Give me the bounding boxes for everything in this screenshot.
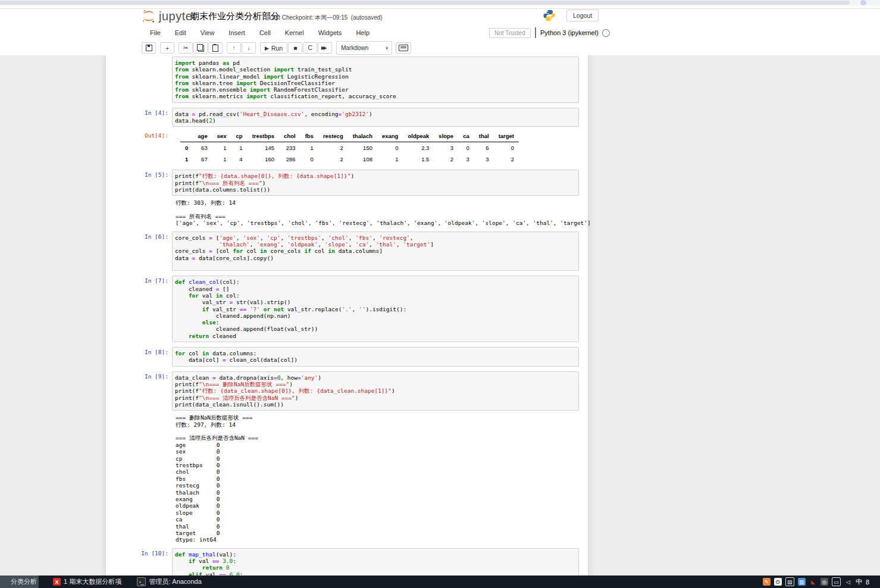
table-cell: 3 <box>434 142 458 154</box>
save-button[interactable] <box>142 42 156 54</box>
table-header-cell: age <box>193 130 212 142</box>
table-cell: 2 <box>318 154 348 165</box>
input-prompt: In [7]: <box>106 276 172 342</box>
code-line <box>175 261 576 268</box>
code-cell[interactable]: In [9]:data_clean = data.dropna(axis=0, … <box>106 371 588 543</box>
code-cell[interactable]: In [4]:data = pd.read_csv('Heart_Disease… <box>106 108 588 165</box>
cell-type-dropdown[interactable]: Markdown ∨ <box>336 41 392 55</box>
code-input-area[interactable]: data_clean = data.dropna(axis=0, how='an… <box>172 371 579 411</box>
table-cell: 2 <box>318 142 348 154</box>
table-header-cell: chol <box>279 130 300 142</box>
code-line: data_clean = data.dropna(axis=0, how='an… <box>175 374 576 381</box>
code-cell[interactable]: In [7]:def clean_col(col): cleaned = [] … <box>106 276 588 342</box>
code-cell[interactable]: In [6]:core_cols = ['age', 'sex', 'cp', … <box>106 232 588 271</box>
table-header-cell: fbs <box>300 130 318 142</box>
table-header-cell: ca <box>458 130 474 142</box>
horizontal-scrollbar[interactable] <box>0 0 880 5</box>
menu-cell[interactable]: Cell <box>252 26 278 39</box>
taskbar-item-notebook[interactable]: 分类分析 <box>0 576 39 588</box>
run-icon: ▶ <box>265 45 269 51</box>
menu-file[interactable]: File <box>143 26 168 39</box>
code-cell[interactable]: In [5]:print(f"行数: {data.shape[0]}, 列数: … <box>106 170 588 227</box>
table-cell: 160 <box>248 154 279 165</box>
command-palette-button[interactable] <box>396 42 411 54</box>
code-input-area[interactable]: print(f"行数: {data.shape[0]}, 列数: {data.s… <box>172 170 579 196</box>
row-index-cell: 0 <box>180 142 193 154</box>
table-header-cell: sex <box>212 130 231 142</box>
code-line: cleaned = [] <box>175 286 576 292</box>
taskbar-item-project[interactable]: X 1 期末大数据分析项 <box>53 576 121 588</box>
table-cell: 1 <box>212 154 231 165</box>
code-input-area[interactable]: def map_thal(val): if val == 3.0: return… <box>172 548 579 576</box>
code-input-area[interactable]: core_cols = ['age', 'sex', 'cp', 'trestb… <box>172 232 579 271</box>
not-trusted-badge[interactable]: Not Trusted <box>489 28 531 38</box>
code-cell[interactable]: In [8]:for col in data.columns: data[col… <box>106 347 588 367</box>
table-cell: 2.3 <box>403 142 434 154</box>
ime-indicator[interactable]: 中 <box>856 577 862 586</box>
cut-cell-button[interactable]: ✂ <box>178 42 193 54</box>
table-header-cell: slope <box>434 130 458 142</box>
app-tray-icon[interactable]: ▥ <box>798 578 806 586</box>
copy-icon <box>197 44 203 51</box>
code-input-area[interactable]: data = pd.read_csv('Heart_Disease.csv', … <box>172 108 579 127</box>
code-line: print(f"行数: {data_clean.shape[0]}, 列数: {… <box>175 387 576 394</box>
code-line: print(f"\n=== 所有列名 ===") <box>175 180 576 186</box>
code-input-area[interactable]: for col in data.columns: data[col] = cle… <box>172 347 579 367</box>
move-cell-down-button[interactable]: ↓ <box>242 42 256 54</box>
restart-run-all-button[interactable]: ▶▶ <box>318 42 332 54</box>
add-cell-button[interactable]: ＋ <box>160 42 174 54</box>
code-line: import pandas as pd <box>175 60 576 66</box>
monitor-tray-icon[interactable]: ▭ <box>832 577 841 586</box>
run-button[interactable]: ▶ Run <box>260 42 287 54</box>
output-prompt-empty <box>106 414 172 543</box>
code-line: 'thalach', 'exang', 'oldpeak', 'slope', … <box>175 241 576 248</box>
jupyter-logo[interactable]: jupyter <box>141 9 197 23</box>
volume-tray-icon[interactable]: ◁ <box>844 578 852 586</box>
notebook-page: import pandas as pdfrom sklearn.model_se… <box>0 55 880 576</box>
table-cell: 145 <box>248 142 279 154</box>
notebook-cells: import pandas as pdfrom sklearn.model_se… <box>106 57 588 576</box>
menu-view[interactable]: View <box>193 26 222 39</box>
code-cell[interactable]: import pandas as pdfrom sklearn.model_se… <box>106 57 588 103</box>
camera-tray-icon[interactable]: ◎ <box>821 578 828 586</box>
logout-button[interactable]: Logout <box>566 10 599 21</box>
code-input-area[interactable]: def clean_col(col): cleaned = [] for val… <box>172 276 579 342</box>
code-line: core_cols = [col for col in core_cols if… <box>175 248 576 254</box>
move-cell-up-button[interactable]: ↑ <box>227 42 241 54</box>
taskbar-item-anaconda-prompt[interactable]: ›_ 管理员: Anaconda <box>137 576 202 588</box>
save-icon <box>146 45 152 51</box>
keyboard-icon <box>399 45 408 51</box>
kernel-idle-icon <box>602 29 610 37</box>
panda-tray-icon[interactable]: ʘ <box>774 578 782 586</box>
notebook-header: jupyter 期末作业分类分析部分 Last Checkpoint: 本周一0… <box>0 5 880 27</box>
scrollbar-thumb[interactable] <box>0 1 850 5</box>
clipboard-tray-icon[interactable]: ▤ <box>785 577 794 586</box>
code-line: print(data_clean.isnull().sum()) <box>175 401 576 408</box>
table-cell: 286 <box>279 154 300 165</box>
paste-cell-button[interactable] <box>208 42 223 54</box>
stop-icon: ■ <box>293 45 297 51</box>
copy-cell-button[interactable] <box>193 42 208 54</box>
menu-edit[interactable]: Edit <box>168 26 193 39</box>
flag-tray-icon[interactable]: ◣ <box>809 578 817 586</box>
menu-widgets[interactable]: Widgets <box>311 26 349 39</box>
table-cell: 1.5 <box>403 154 434 165</box>
table-cell: 1 <box>377 154 403 165</box>
code-line: val_str = str(val).strip() <box>175 299 576 305</box>
table-cell: 0 <box>300 154 318 165</box>
code-input-area[interactable]: import pandas as pdfrom sklearn.model_se… <box>172 57 579 103</box>
menu-insert[interactable]: Insert <box>221 26 252 39</box>
menu-kernel[interactable]: Kernel <box>278 26 311 39</box>
wps-icon: X <box>53 578 61 586</box>
code-line: from sklearn.ensemble import RandomFores… <box>175 86 576 93</box>
notebook-title[interactable]: 期末作业分类分析部分 <box>190 11 280 22</box>
input-prompt: In [4]: <box>106 108 172 127</box>
menu-help[interactable]: Help <box>349 26 377 39</box>
code-line: return 0 <box>175 564 576 571</box>
code-cell[interactable]: In [10]:def map_thal(val): if val == 3.0… <box>106 548 588 576</box>
restart-kernel-button[interactable]: C <box>303 42 317 54</box>
interrupt-kernel-button[interactable]: ■ <box>288 42 302 54</box>
menubar: File Edit View Insert Cell Kernel Widget… <box>0 26 880 41</box>
taskbar-clock: 8 <box>866 578 869 586</box>
pen-tray-icon[interactable]: ✎ <box>763 578 771 586</box>
